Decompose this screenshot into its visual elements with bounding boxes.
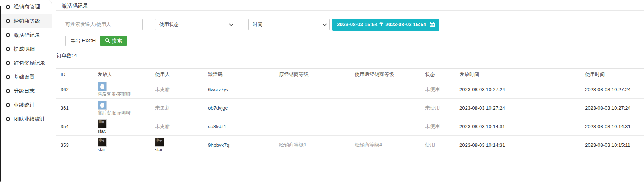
sidebar-item-basic-settings[interactable]: 基础设置 xyxy=(1,70,52,84)
sidebar: 经销商管理 经销商等级 激活码记录 提成明细 红包奖励记录 基础设置 升级日志 … xyxy=(1,0,52,185)
table-row: 353 star. star. 9hpbvk7q 经销商等级1 经销商等级4 使… xyxy=(56,136,644,154)
col-header-old-level: 原经销商等级 xyxy=(275,71,350,78)
cell-id: 362 xyxy=(56,87,93,92)
cell-id: 353 xyxy=(56,142,93,148)
sidebar-item-label: 经销商等级 xyxy=(14,18,40,25)
status-select[interactable]: 使用状态 xyxy=(155,19,236,30)
order-count: 订单数: 4 xyxy=(57,52,77,59)
radio-circle-icon xyxy=(6,61,10,65)
sidebar-item-label: 红包奖励记录 xyxy=(14,60,45,67)
time-select-value: 时间 xyxy=(253,21,262,28)
sidebar-item-redpacket-reward-records[interactable]: 红包奖励记录 xyxy=(1,56,52,70)
export-excel-button[interactable]: 导出 EXCEL xyxy=(65,36,103,46)
sender-cell: 售后客服-丽唧唧 xyxy=(98,82,151,97)
activation-code: ob7dvjgc xyxy=(203,105,275,111)
time-select[interactable]: 时间 xyxy=(248,19,330,30)
sender-name: star. xyxy=(98,129,151,134)
radio-circle-icon xyxy=(6,89,10,93)
table-row: 362 售后客服-丽唧唧 未更新 6wcrv7yv 未使用 2023-08-03… xyxy=(56,80,644,99)
radio-circle-icon xyxy=(6,75,10,79)
search-button[interactable]: 搜索 xyxy=(100,36,127,46)
col-header-send-time: 发放时间 xyxy=(455,71,580,78)
col-header-code: 激活码 xyxy=(203,71,275,78)
sidebar-item-label: 经销商管理 xyxy=(14,3,40,10)
user-photo-avatar xyxy=(155,138,164,147)
use-time: 2023-08-03 10:27:24 xyxy=(580,105,644,111)
sidebar-item-label: 业绩统计 xyxy=(14,102,35,109)
date-range-button[interactable]: 2023-08-03 15:54 至 2023-08-03 15:54 xyxy=(332,19,439,31)
status-select-value: 使用状态 xyxy=(159,21,179,28)
activation-code: 6wcrv7yv xyxy=(203,87,275,92)
col-header-new-level: 使用后经销商等级 xyxy=(350,71,421,78)
use-time: 2023-08-03 10:14:31 xyxy=(580,124,644,129)
col-header-sender: 发放人 xyxy=(93,71,151,78)
user-name: star. xyxy=(155,148,203,152)
page-title: 激活码记录 xyxy=(62,3,88,9)
calendar-icon xyxy=(429,22,435,28)
cell-id: 361 xyxy=(56,105,93,111)
sidebar-item-dealer-level[interactable]: 经销商等级 xyxy=(1,14,52,28)
sidebar-item-performance-stats[interactable]: 业绩统计 xyxy=(1,98,52,112)
status: 未使用 xyxy=(421,104,455,111)
sidebar-item-label: 基础设置 xyxy=(14,74,35,81)
title-divider xyxy=(56,10,644,11)
radio-circle-icon xyxy=(6,5,10,9)
radio-circle-icon xyxy=(6,19,10,23)
sidebar-item-label: 激活码记录 xyxy=(14,32,40,39)
sidebar-item-dealer-management[interactable]: 经销商管理 xyxy=(1,0,52,14)
sidebar-item-label: 团队业绩统计 xyxy=(14,116,45,123)
status: 未使用 xyxy=(421,86,455,93)
chevron-down-icon xyxy=(323,22,327,26)
chevron-down-icon xyxy=(229,22,233,26)
sidebar-item-team-performance-stats[interactable]: 团队业绩统计 xyxy=(1,112,52,126)
default-avatar xyxy=(98,101,107,110)
sender-cell: star. xyxy=(98,138,151,152)
send-time: 2023-08-03 10:14:31 xyxy=(455,142,580,148)
sender-name: 售后客服-丽唧唧 xyxy=(98,110,151,115)
date-range-value: 2023-08-03 15:54 至 2023-08-03 15:54 xyxy=(337,21,426,28)
sender-cell: 售后客服-丽唧唧 xyxy=(98,101,151,115)
col-header-status: 状态 xyxy=(421,71,455,78)
sidebar-item-upgrade-log[interactable]: 升级日志 xyxy=(1,84,52,98)
sidebar-item-label: 提成明细 xyxy=(14,46,35,53)
old-level: 经销商等级1 xyxy=(275,141,350,148)
user-cell: star. xyxy=(155,138,203,152)
sidebar-item-commission-details[interactable]: 提成明细 xyxy=(1,42,52,56)
user-name: 未更新 xyxy=(151,86,203,93)
activation-code: so8fsbl1 xyxy=(203,124,275,129)
sender-cell: star. xyxy=(98,119,151,134)
main-content: 激活码记录 使用状态 时间 2023-08-03 15:54 至 2023-08… xyxy=(53,0,644,185)
status: 使用 xyxy=(421,141,455,148)
new-level: 经销商等级4 xyxy=(350,141,421,148)
cell-id: 354 xyxy=(56,124,93,129)
send-time: 2023-08-03 10:14:31 xyxy=(455,124,580,129)
send-time: 2023-08-03 10:27:24 xyxy=(455,87,580,92)
search-input[interactable] xyxy=(62,19,143,30)
search-button-label: 搜索 xyxy=(112,37,122,44)
send-time: 2023-08-03 10:27:24 xyxy=(455,105,580,111)
default-avatar xyxy=(98,82,107,91)
sender-name: star. xyxy=(98,148,151,152)
user-name: 未更新 xyxy=(151,104,203,111)
radio-circle-icon xyxy=(6,103,10,107)
sidebar-item-activation-code-records[interactable]: 激活码记录 xyxy=(1,28,52,42)
col-header-user: 使用人 xyxy=(151,71,203,78)
sidebar-item-label: 升级日志 xyxy=(14,88,35,95)
use-time: 2023-08-03 10:27:24 xyxy=(580,87,644,92)
col-header-id: ID xyxy=(56,72,93,77)
activation-code-table: ID 发放人 使用人 激活码 原经销商等级 使用后经销商等级 状态 发放时间 使… xyxy=(56,68,644,154)
activation-code: 9hpbvk7q xyxy=(203,142,275,148)
radio-circle-icon xyxy=(6,47,10,51)
user-photo-avatar xyxy=(98,138,107,147)
user-photo-avatar xyxy=(98,119,107,128)
table-header-row: ID 发放人 使用人 激活码 原经销商等级 使用后经销商等级 状态 发放时间 使… xyxy=(56,69,644,80)
table-row: 354 star. 未更新 so8fsbl1 未使用 2023-08-03 10… xyxy=(56,117,644,136)
sender-name: 售后客服-丽唧唧 xyxy=(98,92,151,97)
radio-circle-icon xyxy=(6,33,10,37)
table-row: 361 售后客服-丽唧唧 未更新 ob7dvjgc 未使用 2023-08-03… xyxy=(56,99,644,117)
radio-circle-icon xyxy=(6,117,10,121)
user-name: 未更新 xyxy=(151,123,203,130)
col-header-use-time: 使用时间 xyxy=(580,71,644,78)
use-time: 2023-08-03 10:15:11 xyxy=(580,142,644,148)
status: 未使用 xyxy=(421,123,455,130)
